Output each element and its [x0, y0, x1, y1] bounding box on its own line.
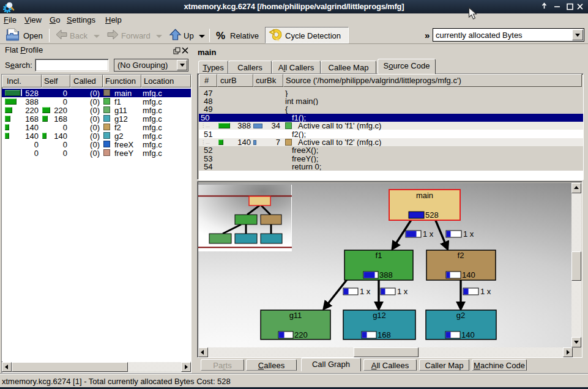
svg-text:f2: f2	[458, 251, 464, 260]
svg-text:1 x: 1 x	[397, 287, 408, 296]
svg-text:1 x: 1 x	[360, 287, 371, 296]
svg-text:528: 528	[425, 210, 439, 220]
svg-text:main: main	[416, 191, 433, 200]
svg-text:140: 140	[461, 330, 475, 339]
svg-text:g11: g11	[289, 311, 302, 320]
svg-text:1 x: 1 x	[423, 229, 434, 239]
svg-text:140: 140	[462, 270, 475, 280]
svg-text:g2: g2	[456, 311, 465, 320]
svg-text:168: 168	[378, 330, 391, 339]
svg-text:f1: f1	[376, 251, 382, 260]
svg-text:g12: g12	[373, 311, 386, 320]
svg-text:1 x: 1 x	[463, 229, 474, 239]
svg-text:1 x: 1 x	[480, 287, 491, 296]
svg-text:388: 388	[379, 270, 393, 280]
svg-text:220: 220	[294, 330, 308, 339]
